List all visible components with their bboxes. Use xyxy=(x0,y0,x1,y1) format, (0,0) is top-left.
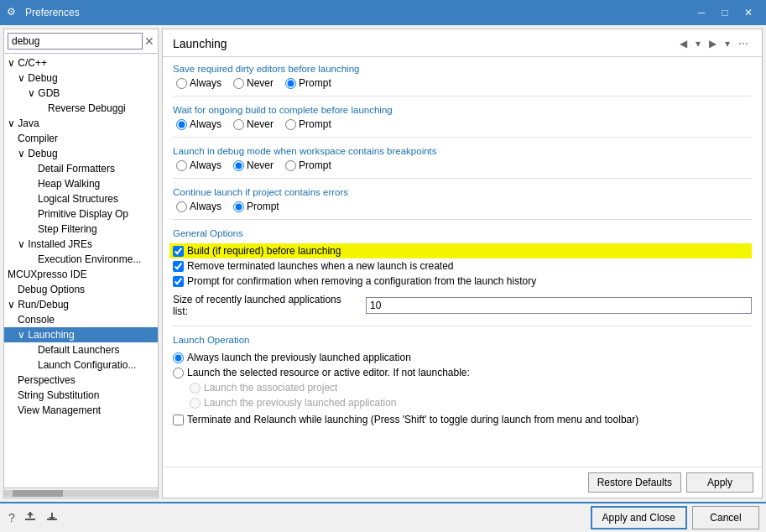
section4-always[interactable]: Always xyxy=(176,201,221,212)
help-button[interactable]: ? xyxy=(7,509,17,526)
tree-item-step-filtering[interactable]: Step Filtering xyxy=(4,222,158,237)
section1-never-radio[interactable] xyxy=(233,78,244,89)
tree-item-cpp-reverse[interactable]: Reverse Debuggi xyxy=(4,101,158,116)
section1-never[interactable]: Never xyxy=(233,77,274,89)
size-label: Size of recently launched applications l… xyxy=(173,294,359,317)
section-save-dirty: Save required dirty editors before launc… xyxy=(173,64,752,96)
launch-always-previous[interactable]: Always launch the previously launched ap… xyxy=(173,350,752,365)
prev-launched-label: Launch the previously launched applicati… xyxy=(204,397,397,409)
section2-always[interactable]: Always xyxy=(176,118,221,130)
export-button[interactable] xyxy=(22,509,39,528)
checkbox-build-required[interactable]: Build (if required) before launching xyxy=(169,243,752,258)
section4-prompt-radio[interactable] xyxy=(233,201,244,212)
section3-label: Launch in debug mode when workspace cont… xyxy=(173,146,752,156)
tree-item-launching[interactable]: ∨ Launching xyxy=(4,327,158,342)
build-required-checkbox[interactable] xyxy=(173,246,184,257)
tree-item-cpp[interactable]: ∨ C/C++ xyxy=(4,55,158,70)
tree-item-heap-walking[interactable]: Heap Walking xyxy=(4,176,158,191)
horizontal-scrollbar[interactable] xyxy=(4,488,158,498)
sub-option-prev-launched: Launch the previously launched applicati… xyxy=(173,395,752,410)
section1-always-radio[interactable] xyxy=(176,78,187,89)
main-content: ✕ ∨ C/C++ ∨ Debug ∨ GDB Reverse Debuggi … xyxy=(0,25,766,502)
tree-item-mcuxpresso[interactable]: MCUXpresso IDE xyxy=(4,267,158,282)
tree-item-cpp-gdb[interactable]: ∨ GDB xyxy=(4,86,158,101)
nav-dropdown-button[interactable]: ▾ xyxy=(692,36,704,51)
section4-always-radio[interactable] xyxy=(176,201,187,212)
section-wait-build: Wait for ongoing build to complete befor… xyxy=(173,105,752,138)
apply-and-close-button[interactable]: Apply and Close xyxy=(591,506,687,529)
associated-project-radio xyxy=(190,383,201,394)
checkbox-prompt-confirmation[interactable]: Prompt for confirmation when removing a … xyxy=(173,274,752,289)
terminate-relaunch-checkbox[interactable] xyxy=(173,415,184,425)
tree-item-logical-structures[interactable]: Logical Structures xyxy=(4,191,158,206)
remove-terminated-checkbox[interactable] xyxy=(173,261,184,272)
section-launch-operation: Launch Operation Always launch the previ… xyxy=(173,335,752,425)
terminate-relaunch[interactable]: Terminate and Relaunch while launching (… xyxy=(173,414,752,425)
section3-radio-group: Always Never Prompt xyxy=(173,159,752,171)
tree-item-console[interactable]: Console xyxy=(4,312,158,327)
minimize-button[interactable]: ─ xyxy=(690,4,712,21)
tree-item-java-debug[interactable]: ∨ Debug xyxy=(4,146,158,161)
nav-back-button[interactable]: ◀ xyxy=(676,36,690,51)
tree-item-installed-jres[interactable]: ∨ Installed JREs xyxy=(4,237,158,252)
section4-prompt[interactable]: Prompt xyxy=(233,201,279,212)
panel-header: Launching ◀ ▾ ▶ ▾ ⋯ xyxy=(163,29,762,57)
nav-forward-button[interactable]: ▶ xyxy=(706,36,720,51)
close-button[interactable]: ✕ xyxy=(737,4,759,21)
nav-forward-dropdown[interactable]: ▾ xyxy=(722,36,733,51)
launch-always-previous-label: Always launch the previously launched ap… xyxy=(187,352,411,363)
checkbox-remove-terminated[interactable]: Remove terminated launches when a new la… xyxy=(173,258,752,274)
cancel-button[interactable]: Cancel xyxy=(692,506,759,529)
launch-always-previous-radio[interactable] xyxy=(173,352,184,363)
panel-body: Save required dirty editors before launc… xyxy=(163,57,762,467)
svg-rect-0 xyxy=(25,519,35,520)
tree-item-view-mgmt[interactable]: View Management xyxy=(4,403,158,418)
size-input[interactable] xyxy=(366,297,752,314)
import-button[interactable] xyxy=(44,509,60,528)
section3-never[interactable]: Never xyxy=(233,159,274,171)
tree-item-java[interactable]: ∨ Java xyxy=(4,116,158,131)
section-debug-mode: Launch in debug mode when workspace cont… xyxy=(173,146,752,179)
section1-prompt-radio[interactable] xyxy=(285,78,296,89)
section3-always[interactable]: Always xyxy=(176,159,221,171)
tree-item-execution[interactable]: Execution Environme... xyxy=(4,252,158,267)
section3-prompt-radio[interactable] xyxy=(285,160,296,171)
section2-prompt-radio[interactable] xyxy=(285,119,296,130)
section1-always[interactable]: Always xyxy=(176,77,221,89)
tree-item-compiler[interactable]: Compiler xyxy=(4,131,158,146)
section3-always-radio[interactable] xyxy=(176,160,187,171)
nav-more-button[interactable]: ⋯ xyxy=(735,36,752,51)
tree-item-primitive-display[interactable]: Primitive Display Op xyxy=(4,206,158,222)
restore-defaults-button[interactable]: Restore Defaults xyxy=(588,472,681,493)
tree-item-run-debug[interactable]: ∨ Run/Debug xyxy=(4,297,158,312)
prompt-confirmation-label: Prompt for confirmation when removing a … xyxy=(187,275,536,287)
launch-selected-resource[interactable]: Launch the selected resource or active e… xyxy=(173,365,752,380)
build-required-label: Build (if required) before launching xyxy=(187,245,341,257)
section2-never[interactable]: Never xyxy=(233,118,274,130)
apply-button[interactable]: Apply xyxy=(686,472,753,493)
search-clear-button[interactable]: ✕ xyxy=(144,35,154,47)
sub-option-associated-project: Launch the associated project xyxy=(173,380,752,395)
section2-label: Wait for ongoing build to complete befor… xyxy=(173,105,752,115)
maximize-button[interactable]: □ xyxy=(714,4,736,21)
tree-item-detail-formatters[interactable]: Detail Formatters xyxy=(4,161,158,176)
section2-prompt[interactable]: Prompt xyxy=(285,118,331,130)
section3-prompt[interactable]: Prompt xyxy=(285,159,331,171)
launch-selected-resource-radio[interactable] xyxy=(173,368,184,378)
tree-item-launch-config[interactable]: Launch Configuratio... xyxy=(4,357,158,373)
section2-always-radio[interactable] xyxy=(176,119,187,130)
section2-radio-group: Always Never Prompt xyxy=(173,118,752,130)
section-general-options: General Options Build (if required) befo… xyxy=(173,228,752,326)
tree-item-default-launchers[interactable]: Default Launchers xyxy=(4,342,158,357)
remove-terminated-label: Remove terminated launches when a new la… xyxy=(187,260,454,272)
prompt-confirmation-checkbox[interactable] xyxy=(173,276,184,287)
section1-prompt[interactable]: Prompt xyxy=(285,77,331,89)
section3-never-radio[interactable] xyxy=(233,160,244,171)
app-icon: ⚙ xyxy=(7,6,20,19)
section2-never-radio[interactable] xyxy=(233,119,244,130)
tree-item-debug-options[interactable]: Debug Options xyxy=(4,282,158,297)
tree-item-cpp-debug[interactable]: ∨ Debug xyxy=(4,70,158,86)
tree-item-string-sub[interactable]: String Substitution xyxy=(4,388,158,403)
search-input[interactable] xyxy=(8,33,143,50)
tree-item-perspectives[interactable]: Perspectives xyxy=(4,373,158,388)
